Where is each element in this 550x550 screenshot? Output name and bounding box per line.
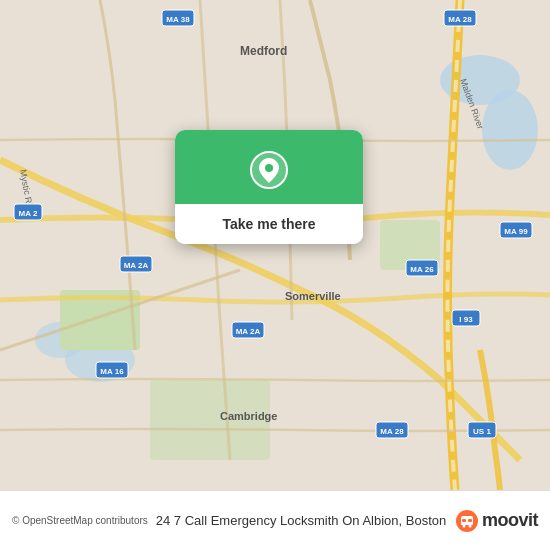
popup-card: Take me there	[175, 130, 363, 244]
bottom-bar: © OpenStreetMap contributors 24 7 Call E…	[0, 490, 550, 550]
map-container: Medford Somerville Cambridge Malden Rive…	[0, 0, 550, 490]
location-title: 24 7 Call Emergency Locksmith On Albion,…	[156, 513, 456, 528]
svg-text:MA 16: MA 16	[100, 367, 124, 376]
popup-green-header	[175, 130, 363, 204]
svg-rect-39	[468, 519, 472, 522]
svg-text:MA 28: MA 28	[448, 15, 472, 24]
svg-text:US 1: US 1	[473, 427, 491, 436]
svg-point-36	[265, 164, 273, 172]
svg-point-2	[482, 90, 538, 170]
moovit-logo: moovit	[456, 510, 538, 532]
svg-text:Cambridge: Cambridge	[220, 410, 277, 422]
svg-text:MA 26: MA 26	[410, 265, 434, 274]
take-me-there-button[interactable]: Take me there	[175, 204, 363, 244]
location-pin-icon	[249, 150, 289, 190]
svg-text:MA 2A: MA 2A	[124, 261, 149, 270]
svg-text:MA 2: MA 2	[19, 209, 38, 218]
svg-text:I 93: I 93	[459, 315, 473, 324]
map-attribution: © OpenStreetMap contributors	[12, 515, 148, 526]
svg-text:MA 38: MA 38	[166, 15, 190, 24]
svg-text:Medford: Medford	[240, 44, 287, 58]
svg-text:MA 2A: MA 2A	[236, 327, 261, 336]
svg-text:Somerville: Somerville	[285, 290, 341, 302]
svg-point-40	[462, 524, 465, 527]
svg-point-41	[468, 524, 471, 527]
svg-text:MA 28: MA 28	[380, 427, 404, 436]
moovit-bus-icon	[456, 510, 478, 532]
moovit-text: moovit	[482, 510, 538, 531]
svg-text:MA 99: MA 99	[504, 227, 528, 236]
svg-rect-38	[462, 519, 466, 522]
